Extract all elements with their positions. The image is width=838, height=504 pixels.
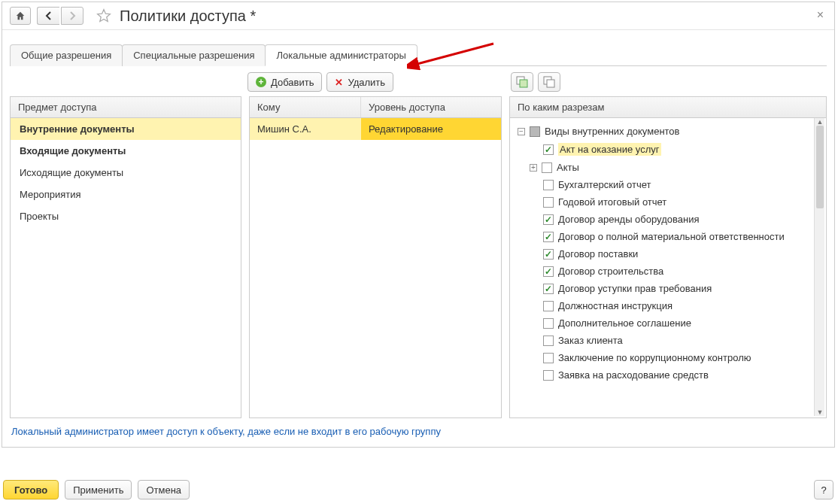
- tree-item[interactable]: Договор уступки прав требования: [513, 280, 823, 297]
- checkbox[interactable]: [543, 301, 554, 311]
- doc-type-tree: −Виды внутренних документовАкт на оказан…: [510, 118, 826, 417]
- scroll-thumb[interactable]: [816, 126, 824, 208]
- subject-item[interactable]: Входящие документы: [11, 140, 241, 162]
- tree-item-label: Договор аренды оборудования: [558, 214, 699, 225]
- tree-item[interactable]: Должностная инструкция: [513, 297, 823, 314]
- tree-item-label: Должностная инструкция: [558, 300, 673, 311]
- tree-item-label: Договор строительства: [558, 266, 663, 277]
- tree-header: По каким разрезам: [510, 97, 826, 117]
- tab-general[interactable]: Общие разрешения: [10, 44, 123, 66]
- tree-item[interactable]: Заключение по коррупционному контролю: [513, 349, 823, 366]
- tree-item-label: Годовой итоговый отчет: [558, 196, 666, 208]
- level-cell: Редактирование: [361, 118, 501, 140]
- tree-item[interactable]: Бухгалтерский отчет: [513, 176, 823, 193]
- who-header: Кому: [250, 97, 361, 117]
- page-title: Политики доступа *: [120, 8, 256, 25]
- expand-icon[interactable]: +: [530, 164, 537, 172]
- checkbox[interactable]: [543, 370, 554, 381]
- checkbox[interactable]: [543, 144, 554, 155]
- tree-item-label: Акты: [557, 162, 579, 173]
- checkbox[interactable]: [543, 335, 554, 346]
- svg-rect-4: [547, 80, 554, 87]
- subject-item[interactable]: Мероприятия: [11, 184, 241, 205]
- cancel-button[interactable]: Отмена: [138, 480, 190, 499]
- subject-item[interactable]: Исходящие документы: [11, 162, 241, 184]
- tree-item[interactable]: Договор аренды оборудования: [513, 211, 823, 228]
- tree-item-label: Договор о полной материальной ответствен…: [558, 231, 785, 242]
- tree-item-label: Договор поставки: [558, 248, 638, 260]
- checkbox[interactable]: [543, 266, 554, 277]
- who-cell: Мишин С.А.: [250, 118, 361, 140]
- plus-icon: +: [256, 77, 266, 87]
- subject-panel: Предмет доступа Внутренние документыВход…: [10, 96, 241, 418]
- checkbox[interactable]: [543, 284, 554, 294]
- collapse-all-button[interactable]: [538, 72, 560, 92]
- tree-item-label: Заключение по коррупционному контролю: [558, 352, 751, 363]
- tree-panel: По каким разрезам −Виды внутренних докум…: [509, 96, 827, 418]
- expand-all-button[interactable]: [511, 72, 533, 92]
- checkbox[interactable]: [543, 180, 554, 190]
- tree-item-label: Заявка на расходование средств: [558, 369, 709, 381]
- tab-local-admins[interactable]: Локальные администраторы: [265, 44, 417, 66]
- tree-item[interactable]: Дополнительное соглашение: [513, 314, 823, 332]
- ready-button[interactable]: Готово: [3, 480, 59, 499]
- subject-item[interactable]: Проекты: [11, 205, 241, 227]
- tree-item[interactable]: Годовой итоговый отчет: [513, 193, 823, 211]
- assignment-row[interactable]: Мишин С.А.Редактирование: [250, 118, 501, 140]
- svg-rect-2: [520, 80, 527, 87]
- help-button[interactable]: ?: [814, 480, 833, 499]
- checkbox-mixed[interactable]: [530, 126, 540, 137]
- back-button[interactable]: [37, 7, 59, 25]
- tree-item[interactable]: Заказ клиента: [513, 332, 823, 349]
- close-button[interactable]: ×: [812, 7, 828, 23]
- assignment-list: Мишин С.А.Редактирование: [250, 118, 501, 417]
- tree-item-label: Акт на оказание услуг: [558, 143, 661, 156]
- tree-scrollbar[interactable]: ▲ ▼: [814, 118, 824, 416]
- subject-item[interactable]: Внутренние документы: [11, 118, 241, 140]
- tree-item[interactable]: +Акты: [513, 159, 823, 176]
- home-button[interactable]: [10, 7, 31, 25]
- assignment-panel: Кому Уровень доступа Мишин С.А.Редактиро…: [249, 96, 502, 418]
- checkbox[interactable]: [543, 249, 554, 260]
- delete-button[interactable]: ✕ Удалить: [326, 72, 393, 92]
- tree-item-label: Бухгалтерский отчет: [558, 179, 651, 190]
- checkbox[interactable]: [543, 232, 554, 242]
- delete-label: Удалить: [348, 77, 385, 88]
- add-button[interactable]: + Добавить: [247, 72, 322, 92]
- checkbox[interactable]: [543, 197, 554, 208]
- tree-item-label: Дополнительное соглашение: [558, 317, 691, 329]
- tree-item[interactable]: Заявка на расходование средств: [513, 366, 823, 384]
- checkbox[interactable]: [543, 353, 554, 363]
- level-header: Уровень доступа: [361, 97, 501, 117]
- tree-item[interactable]: Договор о полной материальной ответствен…: [513, 228, 823, 245]
- tree-item-label: Договор уступки прав требования: [558, 283, 712, 294]
- delete-icon: ✕: [335, 77, 343, 88]
- tree-item[interactable]: Договор поставки: [513, 245, 823, 263]
- scroll-down-icon[interactable]: ▼: [816, 408, 824, 416]
- favorite-star-icon[interactable]: [96, 8, 112, 24]
- tree-item-label: Заказ клиента: [558, 335, 623, 346]
- tree-item[interactable]: Договор строительства: [513, 263, 823, 280]
- subject-header: Предмет доступа: [11, 97, 241, 117]
- hint-text: Локальный администратор имеет доступ к о…: [2, 418, 834, 440]
- tree-root[interactable]: −Виды внутренних документов: [513, 123, 823, 140]
- checkbox[interactable]: [543, 214, 554, 225]
- checkbox[interactable]: [542, 162, 552, 173]
- subject-list: Внутренние документыВходящие документыИс…: [11, 118, 241, 417]
- tree-item[interactable]: Акт на оказание услуг: [513, 140, 823, 159]
- checkbox[interactable]: [543, 318, 554, 329]
- tree-root-label: Виды внутренних документов: [545, 126, 680, 137]
- apply-button[interactable]: Применить: [65, 480, 132, 499]
- add-label: Добавить: [271, 77, 314, 88]
- tab-special[interactable]: Специальные разрешения: [122, 44, 266, 66]
- collapse-icon[interactable]: −: [518, 128, 525, 135]
- forward-button[interactable]: [61, 7, 83, 25]
- scroll-up-icon[interactable]: ▲: [816, 118, 824, 126]
